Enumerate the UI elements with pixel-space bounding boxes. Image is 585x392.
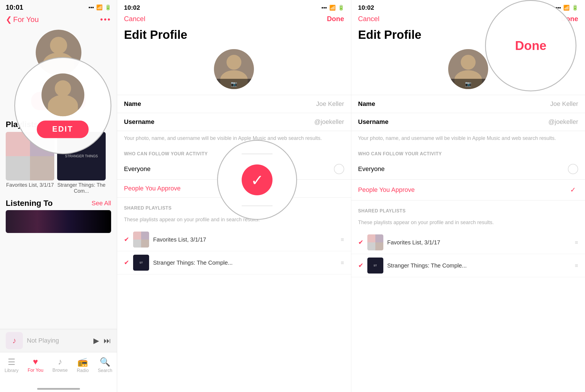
play-button[interactable]: ▶ — [93, 336, 99, 345]
playlist-item-1[interactable]: Favorites List, 3/1/17 — [6, 132, 54, 194]
radio-icon: 📻 — [77, 357, 88, 367]
done-button-3[interactable]: Done — [561, 15, 578, 23]
edit-nav-3: Cancel Done — [351, 14, 585, 26]
edit-avatar-wrap-3: 📷 — [351, 46, 585, 95]
wifi-icon-2: 📶 — [329, 5, 336, 11]
panel-2: 10:02 ▪▪▪ 📶 🔋 Cancel Done Edit Profile 📷… — [117, 0, 351, 392]
status-icons-2: ▪▪▪ 📶 🔋 — [321, 5, 344, 11]
camera-overlay-2: 📷 — [214, 79, 254, 89]
people-approve-option-3[interactable]: People You Approve ✓ — [351, 180, 585, 200]
shared-playlist-row-2-2[interactable]: ✔ ST Stranger Things: The Comple... ≡ — [117, 251, 351, 274]
browse-icon: ♪ — [58, 357, 62, 367]
pl-check-icon-1-2: ✔ — [124, 236, 129, 243]
people-approve-option-2[interactable]: People You Approve — [117, 180, 351, 198]
name-value-3[interactable]: Joe Keller — [410, 100, 578, 108]
signal-icon-2: ▪▪▪ — [321, 5, 327, 11]
tab-search[interactable]: 🔍 Search — [98, 357, 112, 373]
username-value-2[interactable]: @joekeller — [175, 118, 344, 126]
people-approve-check-3: ✓ — [568, 185, 578, 195]
more-button[interactable]: ••• — [100, 15, 111, 24]
edit-fields-3: Name Joe Keller Username @joekeller Your… — [351, 95, 585, 277]
listening-strip-bg — [6, 210, 111, 233]
tab-radio[interactable]: 📻 Radio — [77, 357, 89, 373]
playlist-label-1: Favorites List, 3/1/17 — [6, 182, 54, 188]
edit-nav-2: Cancel Done — [117, 14, 351, 26]
see-all-button[interactable]: See All — [92, 200, 111, 207]
status-bar-1: 10:01 ▪▪▪ 📶 🔋 — [0, 0, 117, 14]
tab-browse-label: Browse — [53, 368, 68, 373]
back-button[interactable]: ❮ For You — [6, 15, 39, 24]
cancel-button-3[interactable]: Cancel — [358, 15, 380, 23]
camera-icon-2: 📷 — [231, 81, 237, 87]
name-field-row-2: Name Joe Keller — [117, 95, 351, 113]
music-note-icon: ♪ — [12, 336, 16, 345]
tab-library[interactable]: ☰ Library — [5, 357, 19, 373]
done-button-2[interactable]: Done — [327, 15, 344, 23]
everyone-option-3[interactable]: Everyone — [351, 159, 585, 180]
people-approve-label-2: People You Approve — [124, 185, 344, 192]
search-icon: 🔍 — [100, 357, 110, 367]
playlist-thumb-1 — [6, 132, 54, 180]
shared-playlist-row-1-3[interactable]: ✔ Favorites List, 3/1/17 ≡ — [351, 231, 585, 254]
tab-radio-label: Radio — [77, 368, 89, 373]
pl-name-1-2: Favorites List, 3/1/17 — [153, 236, 337, 243]
thumb-cell — [6, 156, 30, 180]
pl-check-icon-2-3: ✔ — [358, 262, 363, 269]
playlist-label-2: Stranger Things: The Com... — [57, 182, 106, 194]
signal-icon: ▪▪▪ — [89, 5, 94, 11]
pl-check-icon-1-3: ✔ — [358, 239, 363, 246]
edit-profile-title-2: Edit Profile — [117, 26, 351, 46]
status-icons-1: ▪▪▪ 📶 🔋 — [89, 4, 111, 11]
skip-forward-button[interactable]: ⏭ — [104, 336, 111, 345]
shared-info-2: These playlists appear on your profile a… — [117, 213, 351, 228]
for-you-icon: ♥ — [33, 357, 38, 367]
info-text-2: Your photo, name, and username will be v… — [117, 131, 351, 148]
pl-thumb-2-2: ST — [133, 255, 149, 271]
username-value-3[interactable]: @joekeller — [410, 118, 578, 126]
playlist-item-2[interactable]: STRANGER THINGS Stranger Things: The Com… — [57, 132, 106, 194]
username-display: @joekeller — [39, 79, 77, 88]
tab-browse[interactable]: ♪ Browse — [53, 357, 68, 373]
follow-section-header-2: WHO CAN FOLLOW YOUR ACTIVITY — [117, 148, 351, 159]
shared-info-3: These playlists appear on your profile a… — [351, 216, 585, 231]
edit-avatar-3[interactable]: 📷 — [448, 49, 488, 89]
battery-icon-3: 🔋 — [572, 5, 578, 11]
name-value-2[interactable]: Joe Keller — [175, 100, 344, 108]
name-label-3: Name — [358, 100, 410, 108]
nav-bar-1: ❮ For You ••• — [0, 14, 117, 27]
panel-1: 10:01 ▪▪▪ 📶 🔋 ❮ For You ••• @joekeller E… — [0, 0, 117, 392]
playlist-thumb-2: STRANGER THINGS — [57, 132, 106, 180]
status-bar-3: 10:02 ▪▪▪ 📶 🔋 — [351, 0, 585, 14]
edit-fields-2: Name Joe Keller Username @joekeller Your… — [117, 95, 351, 274]
edit-button[interactable]: EDIT — [31, 92, 86, 110]
signal-icon-3: ▪▪▪ — [556, 5, 561, 11]
edit-profile-title-3: Edit Profile — [351, 26, 585, 46]
pl-name-2-2: Stranger Things: The Comple... — [153, 260, 337, 266]
ptc — [375, 234, 383, 242]
thumb-cell — [30, 156, 54, 180]
time-3: 10:02 — [358, 4, 374, 11]
camera-icon-3: 📷 — [465, 81, 471, 87]
play-controls: ▶ ⏭ — [93, 336, 111, 345]
username-label-3: Username — [358, 118, 410, 126]
tab-for-you[interactable]: ♥ For You — [28, 357, 43, 373]
pl-thumb-1-2 — [133, 232, 149, 248]
shared-playlist-row-2-3[interactable]: ✔ ST Stranger Things: The Comple... ≡ — [351, 254, 585, 277]
username-field-row-2: Username @joekeller — [117, 113, 351, 131]
shared-playlist-row-1-2[interactable]: ✔ Favorites List, 3/1/17 ≡ — [117, 228, 351, 251]
battery-icon-2: 🔋 — [338, 5, 344, 11]
everyone-option-2[interactable]: Everyone — [117, 159, 351, 180]
everyone-check-3 — [568, 164, 578, 174]
edit-avatar-2[interactable]: 📷 — [214, 49, 254, 89]
cancel-button-2[interactable]: Cancel — [124, 15, 145, 23]
listening-row: Listening To See All — [0, 194, 117, 210]
wifi-icon-3: 📶 — [563, 5, 570, 11]
pl-thumb-1-3 — [367, 234, 383, 250]
username-text: @joekeller — [39, 79, 77, 88]
playlists-title: Playlists — [0, 116, 117, 132]
thumb-cell — [6, 132, 30, 156]
pl-thumb-2-3: ST — [367, 258, 383, 274]
edit-avatar-wrap-2: 📷 — [117, 46, 351, 95]
shared-playlists-header-3: SHARED PLAYLISTS — [351, 205, 585, 216]
everyone-label-2: Everyone — [124, 165, 334, 173]
